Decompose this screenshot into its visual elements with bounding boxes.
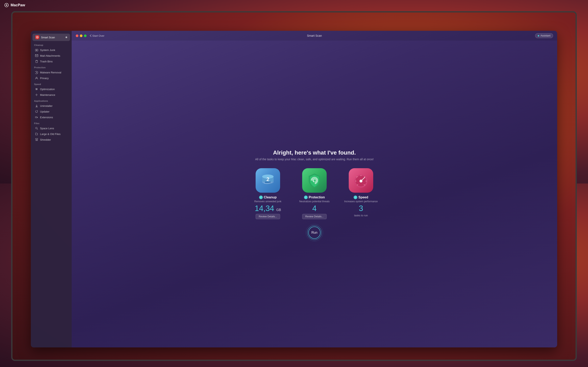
scan-results-content: Alright, here's what I've found. All of … [72,41,294,184]
sidebar-item-trash-bins[interactable]: Trash Bins [32,58,71,64]
sidebar-large-files-label: Large & Old Files [40,133,61,136]
smart-scan-icon [35,35,39,39]
maximize-button[interactable] [84,34,86,37]
uninstaller-icon [35,104,38,108]
space-lens-icon [35,127,38,130]
cleanup-card-icon: 2 [256,168,280,184]
sidebar-section-applications: Applications [31,98,72,103]
sidebar-uninstaller-label: Uninstaller [40,104,52,108]
svg-point-15 [36,90,36,90]
sidebar-malware-label: Malware Removal [40,71,61,74]
macpaw-bar: MacPaw [0,0,294,10]
svg-rect-25 [35,138,38,139]
laptop-frame: Smart Scan Cleanup System Junk [11,11,294,184]
svg-point-14 [37,89,37,89]
privacy-icon [35,76,38,80]
svg-point-16 [36,94,37,95]
sidebar-item-mail-attachments[interactable]: Mail Attachments [32,53,71,58]
mail-icon [35,54,38,57]
sidebar-item-extensions[interactable]: Extensions [32,114,71,120]
trash-icon [35,60,38,63]
sidebar-maintenance-label: Maintenance [40,93,55,96]
sidebar-optimization-label: Optimization [40,88,55,91]
app-window: Smart Scan Cleanup System Junk [31,31,294,184]
sidebar-item-maintenance[interactable]: Maintenance [32,92,71,98]
svg-point-13 [36,88,36,89]
title-bar: Start Over Smart Scan Assistant [72,31,294,41]
macpaw-logo: MacPaw [4,3,25,8]
sidebar-item-smart-scan[interactable]: Smart Scan [33,34,70,41]
sidebar: Smart Scan Cleanup System Junk [31,31,72,184]
sidebar-space-lens-label: Space Lens [40,127,54,130]
sidebar-updater-label: Updater [40,110,49,113]
svg-point-1 [6,4,7,6]
window-controls [76,34,86,37]
sidebar-shredder-label: Shredder [40,138,51,141]
malware-icon [35,71,38,74]
sidebar-item-privacy[interactable]: Privacy [32,75,71,81]
cleanup-disk-svg: 2 [259,171,277,184]
svg-text:2: 2 [267,176,269,182]
sidebar-section-cleanup: Cleanup [31,42,72,47]
extensions-icon [35,116,38,119]
back-chevron-icon [90,34,91,37]
svg-rect-22 [35,117,37,118]
sidebar-system-junk-label: System Junk [40,49,55,52]
sidebar-item-shredder[interactable]: Shredder [32,137,71,142]
scan-headline: Alright, here's what I've found. [273,150,294,156]
main-content-area: Start Over Smart Scan Assistant Alright,… [72,31,294,184]
svg-point-23 [35,127,37,129]
minimize-button[interactable] [80,34,82,37]
svg-point-3 [37,37,38,38]
sidebar-smart-scan-label: Smart Scan [41,36,64,39]
svg-line-26 [36,140,36,141]
sidebar-section-speed: Speed [31,81,72,86]
sidebar-item-large-old-files[interactable]: Large & Old Files [32,131,71,137]
svg-line-29 [37,140,38,141]
sidebar-mail-label: Mail Attachments [40,54,60,57]
sidebar-item-space-lens[interactable]: Space Lens [32,125,71,131]
sidebar-trash-label: Trash Bins [40,60,53,63]
sidebar-extensions-label: Extensions [40,116,53,119]
macpaw-logo-text: MacPaw [11,3,25,7]
sidebar-section-protection: Protection [31,64,72,69]
sidebar-section-files: Files [31,120,72,125]
optimization-icon [35,87,38,91]
sidebar-item-malware-removal[interactable]: Malware Removal [32,69,71,75]
sidebar-item-updater[interactable]: Updater [32,109,71,114]
start-over-button[interactable]: Start Over [90,34,104,37]
svg-line-24 [37,129,38,129]
macpaw-logo-icon [4,3,9,8]
updater-icon [35,110,38,113]
sidebar-privacy-label: Privacy [40,77,49,80]
start-over-label: Start Over [92,34,104,37]
sidebar-item-uninstaller[interactable]: Uninstaller [32,103,71,109]
system-junk-icon [35,48,38,52]
svg-point-5 [36,50,37,50]
cleanup-card: 2 ✓ Cleanup Removes unneeded junk 14,34 [247,168,288,184]
shredder-icon [35,138,38,141]
maintenance-icon [35,93,38,96]
close-button[interactable] [76,34,78,37]
sidebar-item-system-junk[interactable]: System Junk [32,47,71,53]
files-icon [35,132,38,136]
scan-cards-row: 2 ✓ Cleanup Removes unneeded junk 14,34 [247,168,294,184]
sidebar-item-optimization[interactable]: Optimization [32,86,71,92]
smart-scan-dot [66,36,67,38]
scan-subheadline: All of the tasks to keep your Mac clean,… [255,158,294,161]
